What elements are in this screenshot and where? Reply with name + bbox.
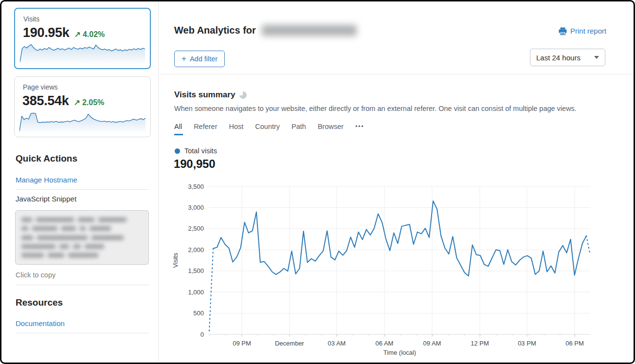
visits-summary-header: Visits summary — [174, 90, 247, 100]
page-views-metric-card[interactable]: Page views 385.54k ↗ 2.05% — [14, 76, 151, 137]
javascript-snippet-label: JavaScript Snippet — [16, 195, 76, 203]
metric-label: Page views — [23, 83, 58, 91]
legend-dot-icon — [175, 148, 180, 154]
sidebar-divider — [16, 285, 149, 285]
sidebar-divider — [16, 333, 149, 333]
click-to-copy-hint: Click to copy — [16, 271, 55, 279]
tab-browser[interactable]: Browser — [318, 123, 344, 133]
svg-text:09 PM: 09 PM — [233, 340, 251, 347]
visits-summary-title: Visits summary — [174, 90, 235, 100]
svg-text:Time (local): Time (local) — [383, 349, 416, 356]
web-analytics-page: Visits 190.95k ↗ 4.02% Page views 385.54… — [0, 0, 635, 364]
svg-text:3,500: 3,500 — [188, 183, 204, 190]
printer-icon — [559, 27, 567, 35]
chevron-down-icon — [594, 56, 599, 59]
svg-text:3,000: 3,000 — [188, 204, 204, 211]
tab-country[interactable]: Country — [255, 123, 280, 133]
tab-host[interactable]: Host — [229, 123, 243, 133]
sidebar-main-divider — [158, 1, 159, 363]
visits-line-chart[interactable]: 05001,0001,5002,0002,5003,0003,50009 PMD… — [167, 180, 607, 360]
add-filter-label: Add filter — [190, 55, 218, 63]
svg-text:03 AM: 03 AM — [328, 340, 346, 347]
svg-text:2,500: 2,500 — [188, 225, 204, 232]
documentation-link[interactable]: Documentation — [16, 319, 65, 328]
visits-sparkline — [20, 37, 145, 65]
page-title-text: Web Analytics for — [174, 25, 256, 36]
summary-tabs: All Referer Host Country Path Browser ••… — [174, 123, 364, 133]
visits-metric-card[interactable]: Visits 190.95k ↗ 4.02% — [14, 8, 151, 69]
svg-text:2,000: 2,000 — [188, 246, 204, 254]
svg-text:09 AM: 09 AM — [423, 340, 441, 347]
svg-text:03 PM: 03 PM — [518, 340, 536, 347]
svg-text:0: 0 — [200, 331, 204, 338]
tab-referer[interactable]: Referer — [194, 123, 217, 133]
time-range-select[interactable]: Last 24 hours — [530, 49, 605, 66]
manage-hostname-link[interactable]: Manage Hostname — [16, 176, 77, 184]
svg-text:1,000: 1,000 — [188, 289, 204, 296]
resources-heading: Resources — [16, 297, 63, 308]
visits-summary-description: When someone navigates to your website, … — [174, 105, 612, 112]
header-divider — [159, 74, 634, 74]
redacted-code-snippet[interactable] — [15, 210, 149, 265]
quick-actions-heading: Quick Actions — [16, 153, 77, 164]
add-filter-button[interactable]: + Add filter — [174, 51, 225, 67]
metric-label: Visits — [23, 15, 39, 23]
print-report-label: Print report — [570, 27, 606, 35]
svg-text:December: December — [275, 340, 305, 347]
redacted-domain — [262, 25, 357, 36]
chart-legend: Total visits — [175, 147, 217, 155]
svg-text:06 PM: 06 PM — [565, 340, 584, 347]
svg-text:06 AM: 06 AM — [376, 340, 394, 347]
svg-text:500: 500 — [193, 309, 204, 317]
page-views-sparkline — [19, 106, 145, 133]
svg-text:1,500: 1,500 — [188, 267, 204, 274]
tab-path[interactable]: Path — [291, 123, 306, 133]
svg-text:Visits: Visits — [172, 253, 179, 268]
total-visits-value: 190,950 — [174, 157, 215, 171]
pie-chart-icon — [239, 91, 247, 99]
legend-label: Total visits — [184, 147, 217, 155]
print-report-link[interactable]: Print report — [559, 27, 606, 35]
svg-text:12 PM: 12 PM — [471, 340, 489, 347]
time-range-value: Last 24 hours — [536, 54, 581, 62]
tab-all[interactable]: All — [174, 123, 182, 133]
sidebar-divider — [16, 189, 149, 190]
more-tabs-button[interactable]: ••• — [355, 123, 364, 133]
page-title: Web Analytics for — [174, 25, 357, 36]
plus-icon: + — [181, 56, 186, 62]
